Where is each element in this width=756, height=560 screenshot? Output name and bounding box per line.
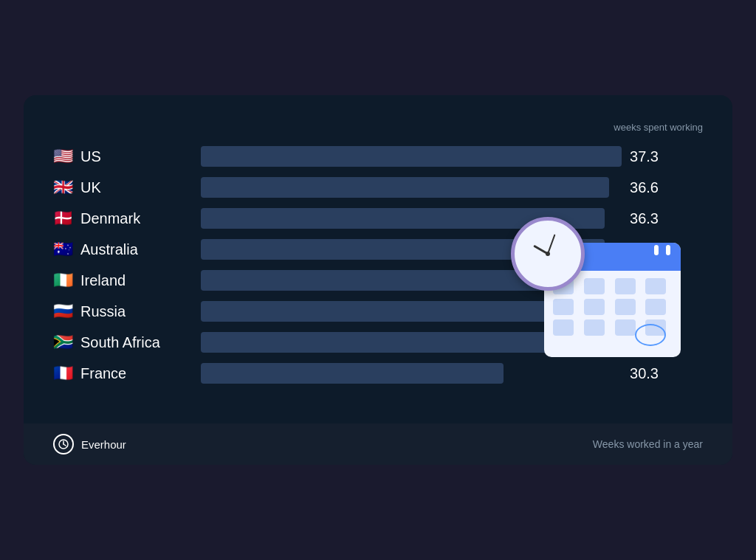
bar-row-uk: 🇬🇧UK36.6 xyxy=(53,177,703,198)
flag-ireland: 🇮🇪 xyxy=(53,272,73,288)
chart-card: weeks spent working 🇺🇸US37.3🇬🇧UK36.6🇩🇰De… xyxy=(24,95,732,465)
country-name-denmark: Denmark xyxy=(80,210,140,227)
bar-us xyxy=(201,146,622,167)
bar-wrapper-us: 37.3 xyxy=(201,146,703,167)
flag-russia: 🇷🇺 xyxy=(53,303,73,319)
country-name-australia: Australia xyxy=(80,241,138,258)
bar-france xyxy=(201,363,504,384)
country-label-denmark: 🇩🇰Denmark xyxy=(53,210,201,227)
country-label-france: 🇫🇷France xyxy=(53,365,201,382)
bar-wrapper-france: 30.3 xyxy=(201,363,703,384)
country-label-russia: 🇷🇺Russia xyxy=(53,303,201,320)
country-label-uk: 🇬🇧UK xyxy=(53,179,201,196)
illustration xyxy=(511,210,681,357)
everhour-logo xyxy=(53,434,74,454)
bar-wrapper-uk: 36.6 xyxy=(201,177,703,198)
flag-denmark: 🇩🇰 xyxy=(53,210,73,227)
flag-australia: 🇦🇺 xyxy=(53,241,73,257)
country-name-uk: UK xyxy=(80,179,101,196)
bar-container-us: 37.3 xyxy=(201,146,651,167)
bar-uk xyxy=(201,177,609,198)
footer: Everhour Weeks worked in a year xyxy=(24,424,732,465)
country-name-ireland: Ireland xyxy=(80,272,126,289)
footer-right-label: Weeks worked in a year xyxy=(593,438,703,450)
country-label-ireland: 🇮🇪Ireland xyxy=(53,272,201,289)
brand: Everhour xyxy=(53,434,126,454)
chart-subtitle: weeks spent working xyxy=(53,122,703,133)
country-name-us: US xyxy=(80,148,101,165)
country-label-south-africa: 🇿🇦South Africa xyxy=(53,334,201,351)
country-name-russia: Russia xyxy=(80,303,126,320)
chart-area: 🇺🇸US37.3🇬🇧UK36.6🇩🇰Denmark36.3🇦🇺Australia… xyxy=(53,146,703,409)
country-label-us: 🇺🇸US xyxy=(53,148,201,165)
bar-container-uk: 36.6 xyxy=(201,177,651,198)
bar-value-us: 37.3 xyxy=(621,148,659,165)
bar-container-france: 30.3 xyxy=(201,363,651,384)
flag-france: 🇫🇷 xyxy=(53,365,73,381)
clock-icon xyxy=(511,217,585,291)
country-name-france: France xyxy=(80,365,126,382)
bar-value-france: 30.3 xyxy=(621,365,659,382)
bar-row-france: 🇫🇷France30.3 xyxy=(53,363,703,384)
brand-name: Everhour xyxy=(81,438,126,451)
svg-line-2 xyxy=(63,444,66,446)
flag-south-africa: 🇿🇦 xyxy=(53,334,73,350)
country-name-south-africa: South Africa xyxy=(80,334,160,351)
flag-us: 🇺🇸 xyxy=(53,148,73,165)
bar-row-us: 🇺🇸US37.3 xyxy=(53,146,703,167)
country-label-australia: 🇦🇺Australia xyxy=(53,241,201,258)
bar-value-uk: 36.6 xyxy=(621,179,659,196)
flag-uk: 🇬🇧 xyxy=(53,179,73,196)
